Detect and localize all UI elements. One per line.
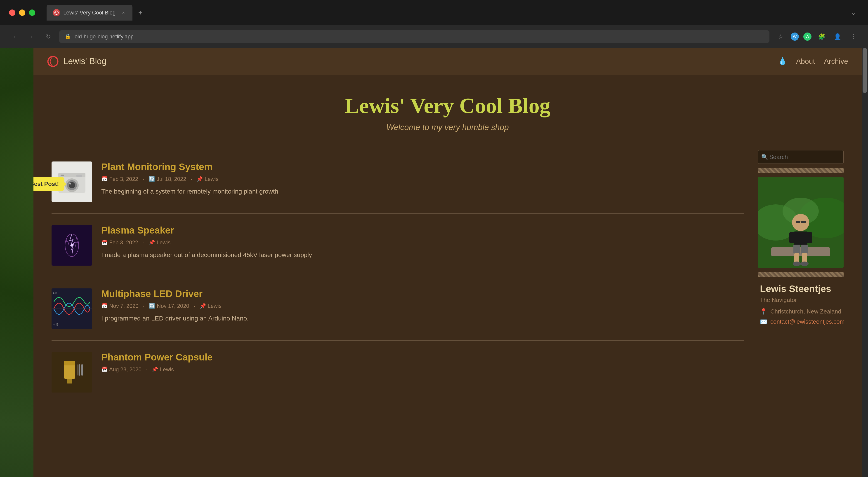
svg-point-12 <box>70 244 73 247</box>
profile-icon[interactable]: 👤 <box>832 31 843 42</box>
titlebar: Lewis' Very Cool Blog × + ⌄ <box>0 0 868 25</box>
scrollbar-thumb[interactable] <box>863 48 867 93</box>
post-author: 📌 Lewis <box>197 176 218 182</box>
blog-hero: Lewis' Very Cool Blog Welcome to my very… <box>33 75 862 146</box>
calendar-icon-4: 📅 <box>101 367 107 372</box>
post-date-plasma: 📅 Feb 3, 2022 <box>101 239 138 246</box>
calendar-icon-3: 📅 <box>101 303 107 309</box>
extension-icon-2[interactable]: W <box>803 33 811 41</box>
blog-site: Lewis' Blog 💧 About Archive Lewis' Very … <box>33 48 862 477</box>
location-text: Christchurch, New Zealand <box>770 308 841 315</box>
security-icon: 🔒 <box>65 33 71 40</box>
svg-rect-38 <box>807 232 812 243</box>
tab-close-button[interactable]: × <box>121 10 126 15</box>
update-icon-2: 🔄 <box>149 303 155 309</box>
url-bar[interactable]: 🔒 old-hugo-blog.netlify.app <box>59 30 770 43</box>
calendar-icon-2: 📅 <box>101 240 107 245</box>
hero-title: Lewis' Very Cool Blog <box>42 93 852 118</box>
email-link[interactable]: contact@lewissteentjes.com <box>770 318 844 325</box>
post-date-created: 📅 Feb 3, 2022 <box>101 176 138 182</box>
svg-rect-37 <box>789 232 794 243</box>
blog-sidebar: 🔍 <box>758 150 844 404</box>
svg-rect-34 <box>801 220 806 224</box>
traffic-lights <box>9 9 35 16</box>
svg-rect-9 <box>61 175 64 176</box>
post-date-led: 📅 Nov 7, 2020 <box>101 303 138 309</box>
active-tab[interactable]: Lewis' Very Cool Blog × <box>46 5 132 21</box>
svg-rect-23 <box>79 364 80 376</box>
svg-point-0 <box>55 11 58 14</box>
menu-icon[interactable]: ⋮ <box>848 31 859 42</box>
theme-toggle-icon[interactable]: 💧 <box>778 57 787 66</box>
svg-rect-8 <box>76 175 82 177</box>
svg-point-32 <box>792 214 809 231</box>
back-button[interactable]: ‹ <box>9 31 20 42</box>
svg-rect-39 <box>794 245 800 253</box>
svg-rect-40 <box>801 245 808 253</box>
svg-rect-22 <box>78 364 79 376</box>
meta-separator: · <box>143 176 144 182</box>
post-item: 4.5 0 -4.5 Multiphase LED Driver 📅 Nov 7… <box>52 277 744 341</box>
post-meta-led: 📅 Nov 7, 2020 · 🔄 Nov 17, 2020 · 📌 <box>101 303 744 309</box>
post-item: Phantom Power Capsule 📅 Aug 23, 2020 · 📌… <box>52 341 744 404</box>
svg-rect-33 <box>796 220 800 224</box>
svg-point-1 <box>48 57 58 66</box>
sidebar-divider-2 <box>758 272 844 277</box>
post-title-led[interactable]: Multiphase LED Driver <box>101 288 744 299</box>
svg-rect-36 <box>794 232 807 245</box>
collapse-button[interactable]: ⌄ <box>848 7 859 18</box>
meta-separator2: · <box>191 176 192 182</box>
post-title-phantom[interactable]: Phantom Power Capsule <box>101 352 744 363</box>
author-location: 📍 Christchurch, New Zealand <box>760 308 841 315</box>
post-desc-led: I programmed an LED driver using an Ardu… <box>101 314 744 323</box>
nav-about[interactable]: About <box>796 57 815 66</box>
svg-rect-24 <box>81 364 82 376</box>
meta-sep4: · <box>143 303 145 309</box>
post-content-led: Multiphase LED Driver 📅 Nov 7, 2020 · 🔄 … <box>101 288 744 329</box>
nav-archive[interactable]: Archive <box>824 57 848 66</box>
refresh-button[interactable]: ↻ <box>42 31 54 42</box>
search-input[interactable] <box>758 150 844 164</box>
forward-button[interactable]: › <box>26 31 37 42</box>
post-date-phantom: 📅 Aug 23, 2020 <box>101 366 142 373</box>
author-title: The Navigator <box>760 297 841 304</box>
person-silhouette <box>758 177 844 268</box>
search-wrapper: 🔍 <box>758 150 844 164</box>
meta-sep3: · <box>143 239 144 246</box>
blog-main: Best Post! <box>33 150 862 404</box>
svg-rect-25 <box>82 364 83 376</box>
post-content-phantom: Phantom Power Capsule 📅 Aug 23, 2020 · 📌… <box>101 352 744 393</box>
search-icon: 🔍 <box>761 154 768 160</box>
svg-text:-4.5: -4.5 <box>53 323 58 326</box>
post-item: Best Post! <box>52 150 744 214</box>
author-icon-4: 📌 <box>152 367 158 372</box>
post-author-phantom: 📌 Lewis <box>152 366 174 373</box>
sidebar-search: 🔍 <box>758 150 844 164</box>
post-thumbnail-led: 4.5 0 -4.5 <box>52 288 92 329</box>
post-desc-plasma: I made a plasma speaker out of a decommi… <box>101 250 744 260</box>
tab-title: Lewis' Very Cool Blog <box>63 9 118 16</box>
post-title-plant[interactable]: Plant Monitoring System <box>101 162 744 172</box>
post-title-plasma[interactable]: Plasma Speaker <box>101 225 744 236</box>
extensions-icon[interactable]: 🧩 <box>816 31 827 42</box>
minimize-button[interactable] <box>19 9 25 16</box>
new-tab-button[interactable]: + <box>135 7 146 18</box>
post-content-plant: Plant Monitoring System 📅 Feb 3, 2022 · … <box>101 162 744 202</box>
calendar-icon: 📅 <box>101 176 107 182</box>
bookmark-icon[interactable]: ☆ <box>775 31 786 42</box>
scrollbar[interactable] <box>862 48 868 477</box>
extension-icon-1[interactable]: W <box>791 33 799 41</box>
address-bar: ‹ › ↻ 🔒 old-hugo-blog.netlify.app ☆ W W … <box>0 25 868 48</box>
toolbar-icons: ☆ W W 🧩 👤 ⋮ <box>775 31 859 42</box>
close-button[interactable] <box>9 9 16 16</box>
post-author-plasma: 📌 Lewis <box>149 239 170 246</box>
post-meta-phantom: 📅 Aug 23, 2020 · 📌 Lewis <box>101 366 744 373</box>
post-item: Plasma Speaker 📅 Feb 3, 2022 · 📌 Lewis <box>52 214 744 277</box>
author-icon-3: 📌 <box>200 303 206 309</box>
blog-navbar: Lewis' Blog 💧 About Archive <box>33 48 862 75</box>
blog-logo: Lewis' Blog <box>47 56 106 67</box>
best-post-tooltip: Best Post! <box>33 177 64 191</box>
maximize-button[interactable] <box>29 9 35 16</box>
author-email: ✉️ contact@lewissteentjes.com <box>760 318 841 325</box>
post-date-led-updated: 🔄 Nov 17, 2020 <box>149 303 189 309</box>
